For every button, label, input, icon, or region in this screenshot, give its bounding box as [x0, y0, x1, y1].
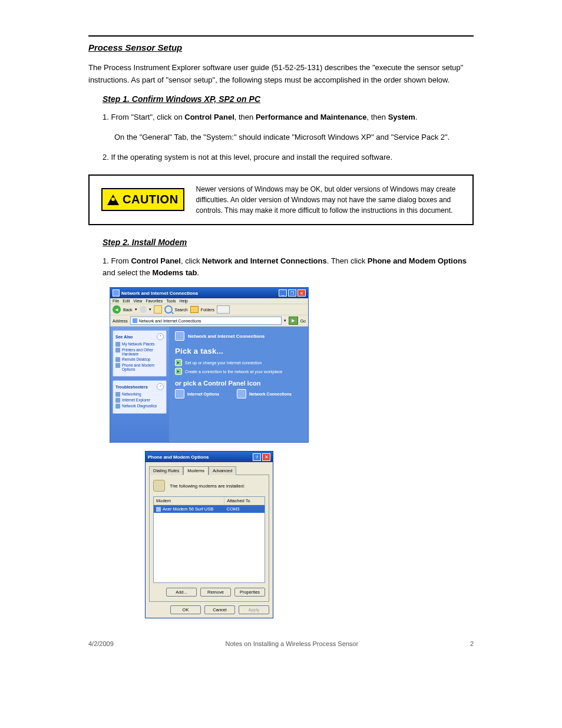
panel-troubleshooters: Troubleshooters ˄ Networking Internet Ex…: [113, 380, 167, 414]
address-dropdown-icon[interactable]: ▾: [284, 318, 286, 323]
cp-icon-internet-options[interactable]: Internet Options: [175, 389, 219, 398]
panel-see-also: See Also ˄ My Network Places Printers an…: [113, 330, 167, 377]
search-label[interactable]: Search: [175, 308, 188, 312]
cp-icon-network-connections[interactable]: Network Connections: [237, 389, 292, 398]
window-network-connections: Network and Internet Connections _ ❐ ✕ F…: [110, 287, 309, 443]
menu-file[interactable]: File: [113, 299, 119, 303]
step1-line1: 1. From "Start", click on Control Panel,…: [103, 111, 474, 124]
step1-line3: 2. If the operating system is not at thi…: [103, 151, 474, 164]
tab-dialing-rules[interactable]: Dialing Rules: [149, 466, 183, 475]
cp-icon-label: Network Connections: [249, 392, 292, 396]
t: Control Panel: [131, 256, 181, 265]
add-button[interactable]: Add...: [166, 588, 197, 597]
sidebar-item-label: Internet Explorer: [122, 398, 150, 402]
fwd-dropdown-icon[interactable]: ▾: [149, 307, 151, 312]
maximize-button[interactable]: ❐: [288, 289, 296, 297]
sidebar-item[interactable]: Printers and Other Hardware: [115, 348, 164, 356]
page-footer: 4/2/2009 Notes on Installing a Wireless …: [88, 636, 474, 647]
dialog-buttons-row: OK Cancel Apply: [146, 605, 273, 618]
task-link[interactable]: ▸Set up or change your Internet connecti…: [175, 359, 302, 366]
network-connections-icon: [237, 389, 246, 398]
address-field[interactable]: Network and Internet Connections: [130, 317, 282, 325]
internet-options-icon: [175, 389, 184, 398]
t: 1. From: [103, 256, 131, 265]
address-bar: Address Network and Internet Connections…: [110, 315, 308, 327]
list-row-selected[interactable]: Acer Modem 56 Surf USB COM3: [154, 505, 265, 513]
tab-strip: Dialing Rules Modems Advanced: [146, 462, 273, 475]
back-dropdown-icon[interactable]: ▾: [135, 307, 137, 312]
close-button[interactable]: ✕: [262, 453, 270, 461]
document-page: Process Sensor Setup The Process Instrum…: [0, 0, 562, 671]
modem-buttons-row: Add... Remove Properties: [153, 588, 265, 597]
panel-title: See Also: [115, 335, 133, 339]
sidebar-item[interactable]: Networking: [115, 392, 164, 397]
arrow-icon: ▸: [175, 368, 182, 375]
footer-title: Notes on Installing a Wireless Process S…: [226, 640, 359, 647]
collapse-icon[interactable]: ˄: [157, 333, 164, 340]
t: , then: [234, 113, 256, 121]
sidebar-item[interactable]: Remote Desktop: [115, 357, 164, 362]
modem-list[interactable]: Modem Attached To Acer Modem 56 Surf USB…: [153, 496, 265, 583]
t: Network and Internet Connections: [202, 256, 327, 265]
sidebar-item-label: My Network Places: [122, 342, 155, 346]
dialog-titlebar[interactable]: Phone and Modem Options ? ✕: [146, 452, 273, 462]
collapse-icon[interactable]: ˄: [157, 383, 164, 390]
menu-help[interactable]: Help: [180, 299, 188, 303]
sidebar-item[interactable]: My Network Places: [115, 342, 164, 347]
help-button[interactable]: ?: [253, 453, 261, 461]
link-icon: [115, 392, 120, 397]
forward-button-icon[interactable]: [140, 306, 147, 313]
menu-tools[interactable]: Tools: [166, 299, 176, 303]
folders-icon[interactable]: [190, 306, 199, 313]
cell-modem: Acer Modem 56 Surf USB: [154, 505, 224, 513]
panel-header[interactable]: See Also ˄: [115, 333, 164, 340]
panel-header[interactable]: Troubleshooters ˄: [115, 383, 164, 390]
tab-advanced[interactable]: Advanced: [209, 466, 236, 475]
ok-button[interactable]: OK: [170, 605, 201, 614]
back-label[interactable]: Back: [123, 308, 133, 312]
up-button-icon[interactable]: [154, 305, 162, 314]
folders-label[interactable]: Folders: [201, 308, 214, 312]
window-title: Network and Internet Connections: [121, 291, 279, 296]
tab-panel-modems: The following modems are installed: Mode…: [149, 475, 269, 602]
col-modem[interactable]: Modem: [154, 497, 224, 505]
modem-small-icon: [156, 507, 161, 512]
menu-edit[interactable]: Edit: [123, 299, 130, 303]
go-button[interactable]: ▶: [289, 317, 298, 325]
step-1-heading: Step 1. Confirm Windows XP, SP2 on PC: [103, 93, 474, 106]
sidebar-item-label: Networking: [122, 392, 141, 396]
sidebar-item[interactable]: Internet Explorer: [115, 398, 164, 403]
footer-date: 4/2/2009: [88, 640, 114, 647]
t: . Then click: [327, 256, 368, 265]
step2-title: Step 2. Install Modem: [103, 238, 187, 247]
screenshot-network-connections: Network and Internet Connections _ ❐ ✕ F…: [110, 287, 474, 618]
section-title: Process Sensor Setup: [88, 42, 474, 52]
cancel-button[interactable]: Cancel: [204, 605, 235, 614]
task-link[interactable]: ▸Create a connection to the network at y…: [175, 368, 302, 375]
step1-line2: On the "General" Tab, the "System:" shou…: [114, 131, 474, 144]
t: Modems tab: [153, 268, 197, 277]
remove-button[interactable]: Remove: [200, 588, 231, 597]
properties-button[interactable]: Properties: [234, 588, 265, 597]
sidebar-item[interactable]: Network Diagnostics: [115, 404, 164, 409]
menu-view[interactable]: View: [133, 299, 142, 303]
sidebar-item-label: Network Diagnostics: [122, 404, 157, 408]
go-label[interactable]: Go: [300, 319, 306, 323]
back-button-icon[interactable]: ◄: [113, 305, 121, 314]
menu-favorites[interactable]: Favorites: [146, 299, 163, 303]
search-icon[interactable]: [164, 305, 173, 314]
link-icon: [115, 357, 120, 362]
address-icon: [133, 318, 137, 323]
tab-modems[interactable]: Modems: [183, 466, 209, 475]
panel-title: Troubleshooters: [115, 385, 148, 389]
col-attached-to[interactable]: Attached To: [224, 497, 265, 505]
minimize-button[interactable]: _: [279, 289, 287, 297]
sidebar-item[interactable]: Phone and Modem Options: [115, 363, 164, 371]
menubar: File Edit View Favorites Tools Help: [110, 298, 308, 304]
titlebar[interactable]: Network and Internet Connections _ ❐ ✕: [110, 288, 308, 298]
link-icon: [115, 404, 120, 409]
modem-icon: [153, 480, 165, 492]
close-button[interactable]: ✕: [297, 289, 306, 297]
apply-button[interactable]: Apply: [239, 605, 269, 614]
views-button-icon[interactable]: [217, 305, 230, 314]
